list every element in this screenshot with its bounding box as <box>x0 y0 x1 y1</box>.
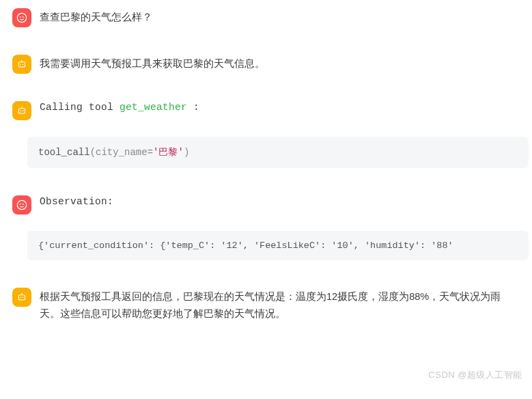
svg-point-14 <box>20 204 21 205</box>
assistant-message-final: 根据天气预报工具返回的信息，巴黎现在的天气情况是：温度为12摄氏度，湿度为88%… <box>0 279 532 329</box>
calling-suffix: : <box>187 102 199 113</box>
svg-point-10 <box>23 111 24 112</box>
svg-rect-8 <box>18 109 25 113</box>
message-content: Observation: <box>40 194 520 207</box>
svg-point-4 <box>20 64 22 66</box>
tool-call-func: tool_call <box>38 147 90 158</box>
svg-point-15 <box>23 204 24 205</box>
tool-call-code-wrapper: tool_call(city_name='巴黎') <box>27 137 529 168</box>
svg-rect-16 <box>18 295 25 300</box>
message-content: 根据天气预报工具返回的信息，巴黎现在的天气情况是：温度为12摄氏度，湿度为88%… <box>40 286 520 322</box>
svg-point-0 <box>17 13 26 22</box>
tool-call-val: '巴黎' <box>153 147 184 158</box>
observation-code: {'current_condition': {'temp_C': '12', '… <box>27 231 529 260</box>
assistant-final-text: 根据天气预报工具返回的信息，巴黎现在的天气情况是：温度为12摄氏度，湿度为88%… <box>40 286 520 322</box>
message-content: Calling tool get_weather : <box>40 100 520 113</box>
user-face-icon <box>16 200 27 210</box>
assistant-avatar <box>12 101 31 120</box>
user-avatar <box>12 8 31 27</box>
observation-message: Observation: <box>0 187 532 221</box>
svg-rect-3 <box>18 62 25 67</box>
open-paren: ( <box>90 147 96 158</box>
assistant-think-text: 我需要调用天气预报工具来获取巴黎的天气信息。 <box>40 53 520 72</box>
user-face-icon <box>16 12 27 23</box>
robot-icon <box>16 105 27 116</box>
observation-code-wrapper: {'current_condition': {'temp_C': '12', '… <box>27 231 529 260</box>
svg-point-2 <box>23 16 24 18</box>
close-paren: ) <box>184 147 189 158</box>
user-avatar <box>12 195 31 215</box>
svg-point-17 <box>20 297 22 299</box>
assistant-avatar <box>12 288 31 307</box>
observation-label: Observation: <box>40 194 520 207</box>
svg-point-7 <box>21 60 22 61</box>
svg-point-12 <box>21 107 22 107</box>
assistant-message-toolcall: Calling tool get_weather : <box>0 93 532 127</box>
equals: = <box>148 147 153 158</box>
robot-icon <box>16 292 27 303</box>
tool-call-kw: city_name <box>96 147 148 158</box>
tool-name: get_weather <box>120 102 187 113</box>
assistant-avatar <box>12 55 31 74</box>
calling-prefix: Calling tool <box>40 102 120 113</box>
watermark: CSDN @超级人工智能 <box>428 369 522 381</box>
user-query-text: 查查巴黎的天气怎么样？ <box>40 7 520 26</box>
robot-icon <box>16 59 27 70</box>
svg-point-18 <box>23 297 24 299</box>
svg-point-1 <box>20 16 21 18</box>
message-content: 我需要调用天气预报工具来获取巴黎的天气信息。 <box>40 53 520 72</box>
message-content: 查查巴黎的天气怎么样？ <box>40 7 520 26</box>
svg-point-9 <box>20 111 22 112</box>
assistant-message-thinking: 我需要调用天气预报工具来获取巴黎的天气信息。 <box>0 46 532 81</box>
svg-point-13 <box>17 200 26 209</box>
tool-call-code: tool_call(city_name='巴黎') <box>27 137 529 168</box>
calling-tool-line: Calling tool get_weather : <box>40 100 520 113</box>
svg-point-20 <box>21 293 22 294</box>
user-message: 查查巴黎的天气怎么样？ <box>0 0 532 34</box>
svg-point-5 <box>23 64 24 66</box>
